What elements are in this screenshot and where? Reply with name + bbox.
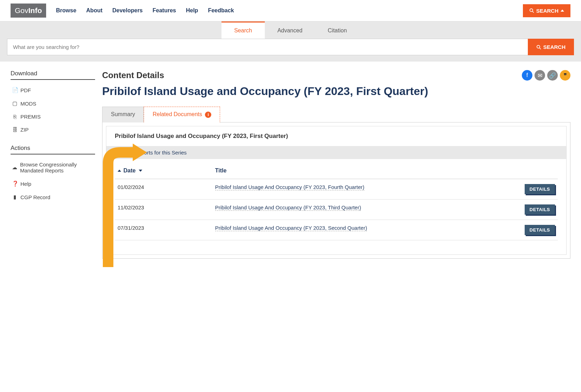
row-title-link[interactable]: Pribilof Island Usage And Occupancy (FY … <box>215 225 367 231</box>
col-date[interactable]: Date <box>115 163 212 179</box>
action-cgp-label: CGP Record <box>20 194 50 200</box>
minus-icon: – <box>111 150 117 156</box>
download-zip[interactable]: 🗄ZIP <box>12 127 94 133</box>
related-panel: Pribilof Island Usage and Occupancy (FY … <box>102 122 570 259</box>
sidebar: Download 📄PDF ▢MODS ⎘PREMIS 🗄ZIP Actions… <box>11 70 95 259</box>
filecode-icon: ⎘ <box>12 114 18 120</box>
cell-date: 07/31/2023 <box>115 220 212 240</box>
action-cgp-record[interactable]: ▮CGP Record <box>12 194 94 200</box>
details-button[interactable]: DETAILS <box>525 225 555 235</box>
top-search-button[interactable]: SEARCH <box>523 4 570 17</box>
cell-date: 11/02/2023 <box>115 200 212 220</box>
cell-date: 01/02/2024 <box>115 179 212 200</box>
download-zip-label: ZIP <box>20 127 29 133</box>
logo[interactable]: GovInfo <box>11 4 46 18</box>
table-row: 07/31/2023 Pribilof Island Usage And Occ… <box>115 220 558 240</box>
facebook-icon[interactable]: f <box>522 70 532 81</box>
main: Content Details f ✉ 🔗 ❞ Pribilof Island … <box>102 70 570 259</box>
doc-icon: ▮ <box>12 194 18 200</box>
table-wrap: Date Title 01/02/2024 Pribilof Island Us… <box>106 159 566 254</box>
container: Download 📄PDF ▢MODS ⎘PREMIS 🗄ZIP Actions… <box>0 62 581 267</box>
table-row: 01/02/2024 Pribilof Island Usage And Occ… <box>115 179 558 200</box>
action-help[interactable]: ❓Help <box>12 181 94 187</box>
logo-prefix: Gov <box>15 6 29 14</box>
table-row: 11/02/2023 Pribilof Island Usage And Occ… <box>115 200 558 220</box>
download-mods[interactable]: ▢MODS <box>12 100 94 107</box>
link-icon[interactable]: 🔗 <box>547 70 558 81</box>
search-area: Search Advanced Citation SEARCH <box>0 21 581 62</box>
content-tabs: Summary Related Documents i <box>102 107 570 122</box>
sort-desc-icon <box>139 170 142 172</box>
section-heading: Content Details <box>102 70 164 80</box>
search-tab-citation[interactable]: Citation <box>315 21 360 39</box>
share-icons: f ✉ 🔗 ❞ <box>522 70 570 81</box>
nav-about[interactable]: About <box>86 7 102 14</box>
row-title-link[interactable]: Pribilof Island Usage And Occupancy (FY … <box>215 204 361 211</box>
download-list: 📄PDF ▢MODS ⎘PREMIS 🗄ZIP <box>11 83 95 136</box>
nav-developers[interactable]: Developers <box>112 7 143 14</box>
download-pdf-label: PDF <box>20 87 31 93</box>
search-icon <box>536 45 541 50</box>
actions-list: ☁Browse Congressionally Mandated Reports… <box>11 158 95 204</box>
download-heading: Download <box>11 70 95 80</box>
row-title-link[interactable]: Pribilof Island Usage And Occupancy (FY … <box>215 184 364 190</box>
tab-related-label: Related Documents <box>152 111 202 117</box>
page-head: Content Details f ✉ 🔗 ❞ <box>102 70 570 81</box>
search-tab-advanced[interactable]: Advanced <box>265 21 315 39</box>
info-icon: i <box>205 112 211 118</box>
nav-feedback[interactable]: Feedback <box>208 7 234 14</box>
details-button[interactable]: DETAILS <box>525 184 555 194</box>
search-input[interactable] <box>7 39 528 55</box>
col-title[interactable]: Title <box>212 163 496 179</box>
search-go-button[interactable]: SEARCH <box>528 39 574 55</box>
search-tab-search[interactable]: Search <box>221 21 265 39</box>
cloud-icon: ☁ <box>12 164 17 171</box>
tab-summary[interactable]: Summary <box>102 107 144 122</box>
action-browse-reports[interactable]: ☁Browse Congressionally Mandated Reports <box>12 162 94 173</box>
details-button[interactable]: DETAILS <box>525 204 555 215</box>
related-panel-title: Pribilof Island Usage and Occupancy (FY … <box>106 126 566 146</box>
action-help-label: Help <box>20 181 31 187</box>
download-pdf[interactable]: 📄PDF <box>12 87 94 93</box>
download-mods-label: MODS <box>20 101 36 107</box>
tab-related-documents[interactable]: Related Documents i <box>144 107 220 122</box>
caret-up-icon <box>561 10 564 12</box>
file-icon: ▢ <box>12 100 18 107</box>
svg-line-3 <box>539 48 541 49</box>
search-tabs: Search Advanced Citation <box>7 21 574 39</box>
zip-icon: 🗄 <box>12 127 18 133</box>
related-table: Date Title 01/02/2024 Pribilof Island Us… <box>115 163 558 240</box>
svg-point-0 <box>530 9 532 12</box>
top-search-label: SEARCH <box>536 8 558 14</box>
cite-icon[interactable]: ❞ <box>560 70 570 81</box>
top-nav: GovInfo Browse About Developers Features… <box>0 0 581 21</box>
search-icon <box>529 8 534 13</box>
primary-nav: Browse About Developers Features Help Fe… <box>56 7 234 14</box>
action-browse-label: Browse Congressionally Mandated Reports <box>20 162 94 173</box>
download-premis-label: PREMIS <box>20 114 41 120</box>
svg-line-1 <box>532 11 533 13</box>
nav-features[interactable]: Features <box>152 7 176 14</box>
page-title: Pribilof Island Usage and Occupancy (FY … <box>102 84 570 98</box>
col-date-label: Date <box>123 167 136 173</box>
sort-asc-icon <box>118 170 121 172</box>
svg-point-2 <box>537 45 539 48</box>
collapse-label: Other Reports for this Series <box>120 150 187 156</box>
search-row: SEARCH <box>7 39 574 55</box>
related-panel-inner: Pribilof Island Usage and Occupancy (FY … <box>106 126 567 255</box>
download-premis[interactable]: ⎘PREMIS <box>12 114 94 120</box>
pdf-icon: 📄 <box>12 87 18 93</box>
col-title-label: Title <box>215 167 227 173</box>
collapse-other-reports[interactable]: – Other Reports for this Series <box>106 146 566 159</box>
nav-browse[interactable]: Browse <box>56 7 76 14</box>
search-go-label: SEARCH <box>543 44 566 50</box>
help-icon: ❓ <box>12 181 18 187</box>
logo-suffix: Info <box>29 6 42 14</box>
email-icon[interactable]: ✉ <box>535 70 545 81</box>
actions-heading: Actions <box>11 145 95 154</box>
nav-help[interactable]: Help <box>186 7 198 14</box>
